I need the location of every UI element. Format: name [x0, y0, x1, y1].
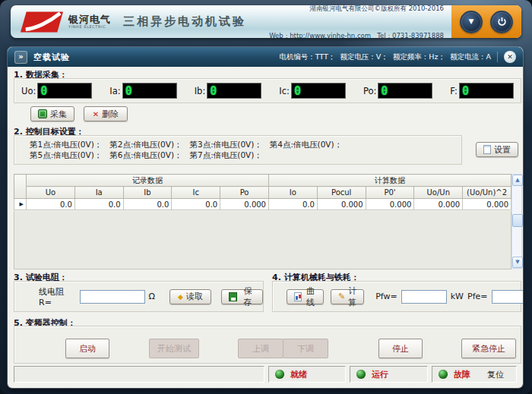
cell-ib[interactable]: 0.0 — [123, 199, 172, 210]
adjust-down-button[interactable]: 下调 — [283, 339, 328, 358]
cell-uo-un[interactable]: 0.000 — [414, 199, 463, 210]
delete-x-icon: ✕ — [93, 110, 99, 118]
chart-icon — [294, 292, 302, 301]
scroll-down-icon[interactable]: ▼ — [512, 257, 523, 268]
col-io: Io — [268, 187, 317, 199]
application-window: 银河电气 YINHE ELECTRIC 三相异步电动机试验 湖南银河电气有限公司… — [0, 0, 532, 394]
cell-io[interactable]: 0.0 — [268, 199, 317, 210]
lcd-ib-label: Ib: — [195, 86, 206, 96]
ready-led-icon — [275, 370, 284, 379]
adjust-up-button[interactable]: 上调 — [238, 339, 283, 358]
close-button[interactable]: ✕ — [504, 51, 516, 63]
line-resistance-input[interactable] — [80, 290, 145, 304]
test-resistance-group: 线电阻R= Ω ◆ 读取 保存 — [14, 281, 264, 312]
brand-name: 银河电气 — [68, 14, 111, 24]
main-panel: » 空载试验 电机编号：TTT； 额定电压：V； 额定频率：Hz； 额定电流：A… — [8, 47, 523, 388]
ohm-unit: Ω — [149, 292, 155, 301]
control-targets-group: 第1点:倍电压(0V)； 第2点:倍电压(0V)； 第3点:倍电压(0V)； 第… — [14, 135, 462, 165]
read-button[interactable]: ◆ 读取 — [169, 289, 211, 304]
pfw-unit: kW — [451, 292, 464, 301]
start-button[interactable]: 启动 — [65, 339, 109, 358]
save-button[interactable]: 保存 — [221, 289, 263, 304]
col-p0: P0' — [366, 187, 414, 199]
lcd-ia: Ia: 0 — [109, 83, 176, 99]
reset-button[interactable]: 复位 — [487, 369, 504, 380]
grid-header-row: Uo Ia Ib Ic Po Io Pocul P0' Uo/Un (Uo/Un… — [14, 187, 511, 199]
status-running: 运行 — [350, 366, 428, 383]
data-grid: 记录数据 计算数据 Uo Ia Ib Ic Po Io Pocul P0' Uo… — [14, 174, 511, 210]
collect-button[interactable]: 采集 — [30, 106, 74, 121]
grid-group-recorded: 记录数据 — [27, 175, 269, 187]
running-label: 运行 — [372, 369, 388, 380]
pfe-label: Pfe= — [467, 292, 488, 301]
yinhe-logo: 银河电气 YINHE ELECTRIC — [20, 11, 111, 33]
yinhe-logo-icon — [20, 11, 64, 33]
stop-button[interactable]: 停止 — [378, 339, 423, 358]
fault-label: 故障 — [454, 369, 470, 380]
status-ready: 就绪 — [268, 366, 346, 383]
cell-ia[interactable]: 0.0 — [74, 199, 123, 210]
lcd-ic: Ic: 0 — [279, 83, 346, 99]
window-controls: ▼ — [451, 5, 521, 38]
power-icon — [497, 17, 507, 27]
lcd-ic-label: Ic: — [279, 86, 290, 96]
brand-subtitle: YINHE ELECTRIC — [68, 24, 111, 29]
calculate-button[interactable]: ✎ 计算 — [331, 289, 364, 304]
delete-button[interactable]: ✕ 删除 — [84, 106, 128, 121]
lcd-ib-display: 0 — [207, 83, 261, 99]
company-info: 湖南银河电气有限公司©版权所有 2010-2016 Web：http://www… — [269, 5, 444, 38]
curve-button[interactable]: 曲线 — [287, 289, 324, 304]
col-uo-un-sq: (Uo/Un)^2 — [463, 187, 511, 199]
table-row: ▶ 0.0 0.0 0.0 0.0 0.000 0.0 0.000 0.000 … — [14, 199, 511, 210]
titlebar: 银河电气 YINHE ELECTRIC 三相异步电动机试验 湖南银河电气有限公司… — [11, 5, 521, 38]
row-selector-icon[interactable]: ▶ — [14, 199, 27, 210]
pencil-icon: ✎ — [338, 292, 345, 301]
down-arrow-icon: ▼ — [469, 18, 474, 25]
cell-p0[interactable]: 0.000 — [366, 199, 414, 210]
settings-button[interactable]: 设置 — [476, 142, 518, 157]
grid-scrollbar[interactable]: ▲ ▼ — [511, 174, 522, 269]
loss-calculation-group: 曲线 ✎ 计算 Pfw= kW Pfe= kW — [272, 281, 521, 312]
tab-no-load-test[interactable]: 空载试验 — [33, 52, 70, 63]
save-disk-icon — [229, 292, 237, 301]
ready-label: 就绪 — [290, 369, 307, 380]
control-target-line1: 第1点:倍电压(0V)； 第2点:倍电压(0V)； 第3点:倍电压(0V)； 第… — [30, 139, 461, 150]
cell-uo-un-sq[interactable]: 0.000 — [463, 199, 511, 210]
minimize-button[interactable]: ▼ — [460, 11, 483, 33]
fault-led-icon — [439, 370, 448, 379]
cell-uo[interactable]: 0.0 — [27, 199, 75, 210]
pfe-input[interactable] — [492, 290, 524, 304]
control-target-line2: 第5点:倍电压(0V)； 第6点:倍电压(0V)； 第7点:倍电压(0V)； — [30, 150, 461, 160]
cell-ic[interactable]: 0.0 — [172, 199, 220, 210]
pfw-input[interactable] — [401, 290, 447, 304]
double-chevron-icon: » — [14, 51, 27, 64]
lcd-ia-label: Ia: — [109, 86, 120, 96]
lcd-f: F: 0 — [450, 83, 514, 99]
lcd-po-display: 0 — [378, 83, 432, 99]
cell-po[interactable]: 0.000 — [220, 199, 269, 210]
content-area: 1. 数据采集： Uo: 0 Ia: 0 Ib: 0 — [8, 67, 523, 388]
status-message-panel — [14, 366, 264, 383]
pfw-label: Pfw= — [375, 292, 397, 301]
col-ia: Ia — [74, 187, 123, 199]
start-test-button[interactable]: 开始测试 — [149, 339, 199, 358]
scrollbar-thumb[interactable] — [512, 214, 523, 227]
motor-info: 电机编号：TTT； 额定电压：V； 额定频率：Hz； 额定电流：A — [279, 52, 491, 62]
col-uo-un: Uo/Un — [414, 187, 463, 199]
status-fault: 故障 复位 — [432, 366, 517, 383]
col-ib: Ib — [123, 187, 172, 199]
lcd-f-label: F: — [450, 86, 458, 96]
lcd-ic-display: 0 — [291, 83, 346, 99]
company-copyright: 湖南银河电气有限公司©版权所有 2010-2016 — [269, 5, 444, 13]
power-button[interactable] — [490, 11, 513, 33]
tabbar-divider — [497, 52, 498, 62]
app-title: 三相异步电动机试验 — [123, 14, 246, 29]
lcd-uo-display: 0 — [37, 83, 92, 99]
lcd-uo-label: Uo: — [21, 86, 36, 96]
col-ic: Ic — [172, 187, 220, 199]
scroll-up-icon[interactable]: ▲ — [512, 175, 523, 186]
emergency-stop-button[interactable]: 紧急停止 — [461, 339, 516, 358]
lcd-ia-display: 0 — [122, 83, 177, 99]
grid-group-calculated: 计算数据 — [268, 175, 511, 187]
cell-pocul[interactable]: 0.000 — [317, 199, 366, 210]
